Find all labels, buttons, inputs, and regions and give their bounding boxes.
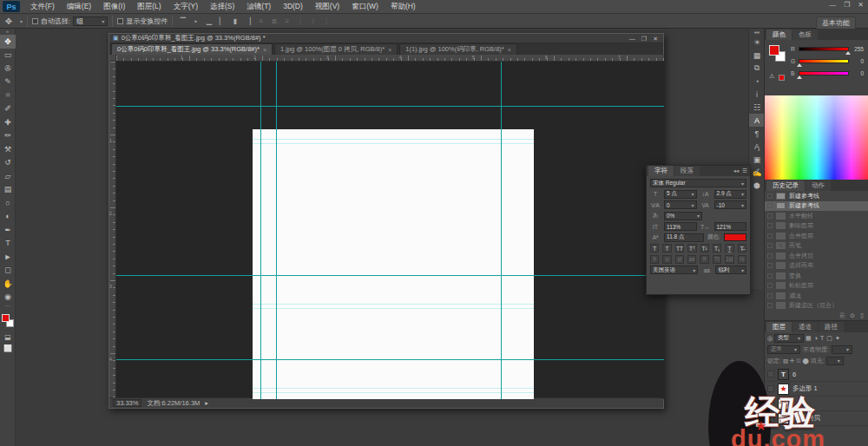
tab-字符[interactable]: 字符 <box>648 166 674 176</box>
gradient-tool[interactable]: ▤ <box>0 183 16 197</box>
foreground-color-swatch[interactable] <box>769 45 779 56</box>
history-state-4[interactable]: 合并图层 <box>765 231 868 241</box>
restore-icon[interactable]: ❐ <box>844 1 850 9</box>
layer-row-0[interactable]: T6 <box>765 367 868 382</box>
eraser-tool[interactable]: ▱ <box>0 169 16 183</box>
char-style-button-T[interactable]: T <box>662 244 671 253</box>
tab-色板[interactable]: 色板 <box>792 30 818 40</box>
foreground-background-swatches[interactable] <box>0 312 16 331</box>
layer-thumbnail[interactable] <box>778 398 789 410</box>
opentype-button-ae[interactable]: ae <box>687 255 696 264</box>
delete-state-icon[interactable]: ▯ <box>860 312 864 319</box>
history-source-checkbox[interactable] <box>767 283 773 288</box>
dodge-tool[interactable]: ◐ <box>0 210 16 224</box>
history-source-checkbox[interactable] <box>767 213 773 219</box>
document-title-bar[interactable]: ▣ 0公章0码0印章释_看图王.jpg @ 33.3%(RGB/8#) * —❐… <box>109 34 663 43</box>
pen-tool[interactable]: ✒ <box>0 223 16 237</box>
lock-icon[interactable]: ✛ <box>790 357 794 364</box>
fill-field[interactable]: ▾ <box>826 357 844 365</box>
web-safe-cube-swatch[interactable] <box>779 75 785 81</box>
char-style-button-Tᵀ[interactable]: Tᵀ <box>687 244 696 253</box>
history-source-checkbox[interactable] <box>767 243 773 248</box>
doc-restore-icon[interactable]: ❐ <box>641 34 647 43</box>
baseline-shift-field[interactable]: 11.8 点 <box>664 233 704 242</box>
layer-row-3[interactable]: 背景 拷贝 <box>765 411 868 426</box>
layer-visibility-toggle[interactable] <box>767 415 774 422</box>
history-state-10[interactable]: 减淡 <box>765 291 868 301</box>
layer-row-2[interactable] <box>765 397 868 411</box>
history-state-5[interactable]: ✎画笔 <box>765 241 868 252</box>
font-family-dropdown[interactable]: 宋体 Regular▾ <box>650 179 746 187</box>
horizontal-ruler[interactable]: 1234567 <box>116 55 664 62</box>
menu-图层(L)[interactable]: 图层(L) <box>131 2 167 12</box>
distribute-bottom-edges-icon[interactable]: ≡ <box>281 16 293 26</box>
align-horizontal-centers-icon[interactable]: ▮ <box>229 16 240 26</box>
antialias-dropdown[interactable]: 锐利▾ <box>715 266 746 274</box>
opentype-button-Tt[interactable]: Tt <box>713 255 721 264</box>
layer-visibility-toggle[interactable] <box>767 400 774 407</box>
document-tab-1[interactable]: 1.jpg @ 100%(图层 0 拷贝, RGB/8)*× <box>274 43 398 55</box>
leading-field[interactable]: 2.9 点▾ <box>714 190 747 199</box>
quick-mask-button[interactable]: ⬓ <box>0 331 16 343</box>
align-vertical-centers-icon[interactable]: ▪ <box>190 16 201 26</box>
history-state-8[interactable]: 变换 <box>765 271 868 281</box>
lock-icon[interactable]: ⚿ <box>797 357 801 364</box>
auto-select-checkbox[interactable] <box>32 18 38 24</box>
hand-tool[interactable]: ✋ <box>0 277 16 291</box>
menu-文字(Y)[interactable]: 文字(Y) <box>168 2 204 12</box>
minimize-icon[interactable]: — <box>829 1 836 9</box>
history-state-7[interactable]: 选择画布 <box>765 261 868 272</box>
tab-历史记录[interactable]: 历史记录 <box>766 180 805 191</box>
blend-mode-dropdown[interactable]: 正常▾ <box>767 345 800 354</box>
toolbar-collapse-icon[interactable]: » <box>0 29 15 35</box>
align-left-edges-icon[interactable]: ▏ <box>216 16 227 26</box>
new-document-from-state-icon[interactable]: ⎘ <box>840 312 845 319</box>
opentype-button-o[interactable]: o <box>662 255 671 264</box>
filter-type-icon[interactable]: ▢ <box>826 335 832 342</box>
menu-3D(D)[interactable]: 3D(D) <box>277 2 309 12</box>
history-source-checkbox[interactable] <box>767 263 773 268</box>
layer-thumbnail[interactable] <box>778 413 789 424</box>
slider-track[interactable] <box>799 71 849 75</box>
slider-thumb[interactable] <box>845 51 851 55</box>
tab-close-icon[interactable]: × <box>388 47 391 53</box>
filter-type-icon[interactable]: T <box>820 335 824 342</box>
layer-row-1[interactable]: ★多边形 1 <box>765 382 868 397</box>
eyedropper-tool[interactable]: ✐ <box>0 102 16 116</box>
history-source-checkbox[interactable] <box>767 193 773 199</box>
align-top-edges-icon[interactable]: ▔ <box>177 16 188 26</box>
history-state-6[interactable]: 合并拷贝 <box>765 251 868 261</box>
clone-source-panel-icon[interactable]: ⧉ <box>749 62 765 75</box>
layer-name[interactable]: 多边形 1 <box>792 384 818 393</box>
layer-name[interactable]: 6 <box>792 371 796 378</box>
history-state-9[interactable]: 粘贴图层 <box>765 281 868 292</box>
color-spectrum-ramp[interactable] <box>765 95 868 180</box>
history-source-checkbox[interactable] <box>767 293 773 298</box>
tsume-field[interactable]: 0%▾ <box>664 212 702 220</box>
brush-tool[interactable]: ✏ <box>0 129 16 143</box>
opentype-button-ff[interactable]: ff <box>700 255 708 264</box>
tool-preset-caret-icon[interactable]: ▾ <box>20 18 23 24</box>
slider-thumb[interactable] <box>797 75 802 79</box>
channel-value[interactable]: 255 <box>852 46 864 52</box>
document-tab-2[interactable]: 1(1).jpg @ 100%(码印章, RGB/8)*× <box>399 43 517 55</box>
show-transform-checkbox[interactable] <box>117 18 123 24</box>
opentype-button-1st[interactable]: 1st <box>725 255 734 264</box>
tab-动作[interactable]: 动作 <box>806 180 831 191</box>
auto-select-dropdown[interactable]: 组▾ <box>73 16 108 26</box>
path-selection-tool[interactable]: ► <box>0 250 16 264</box>
tab-close-icon[interactable]: × <box>508 47 511 53</box>
paragraph-panel-icon[interactable]: ¶ <box>749 127 765 140</box>
gamut-warning-icon[interactable]: ⚠ <box>769 73 774 80</box>
doc-close-icon[interactable]: ✕ <box>653 34 658 43</box>
filter-type-icon[interactable]: ◑ <box>814 335 818 342</box>
history-source-checkbox[interactable] <box>767 233 773 239</box>
move-tool[interactable]: ✥ <box>0 35 16 49</box>
dock-expand-icon[interactable]: ◂◂ <box>749 29 764 36</box>
menu-图像(I)[interactable]: 图像(I) <box>97 2 131 12</box>
toolbar-more-icon[interactable]: ⋯ <box>0 304 15 311</box>
adjustments-panel-icon[interactable]: ☀ <box>749 36 765 49</box>
properties-panel-icon[interactable]: ☷ <box>749 101 765 114</box>
menu-帮助(H)[interactable]: 帮助(H) <box>385 2 422 12</box>
status-arrow-icon[interactable]: ▸ <box>205 399 208 407</box>
